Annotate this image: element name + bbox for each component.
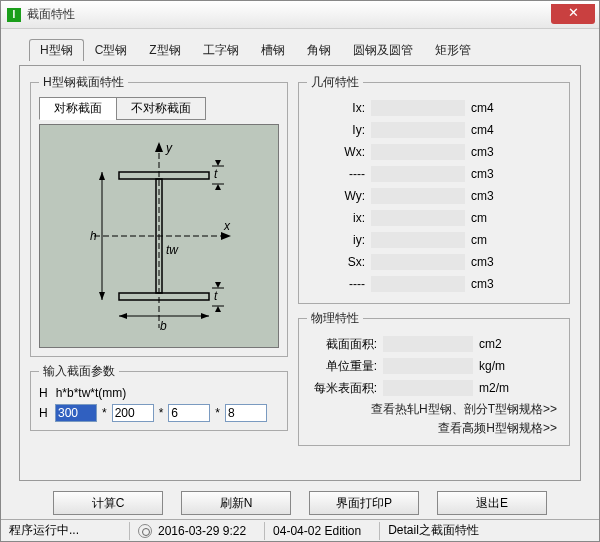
- axis-y-label: y: [165, 141, 173, 155]
- sep-1: *: [99, 406, 110, 420]
- section-group-title: H型钢截面特性: [39, 74, 128, 91]
- tab-asymmetric[interactable]: 不对称截面: [116, 97, 206, 120]
- print-button[interactable]: 界面打印P: [309, 491, 419, 515]
- geom-unit: cm4: [465, 123, 505, 137]
- input-t[interactable]: [225, 404, 267, 422]
- phys-unit: kg/m: [473, 359, 505, 373]
- svg-marker-20: [215, 306, 221, 312]
- input-b[interactable]: [112, 404, 154, 422]
- param-row-label: H: [39, 406, 53, 420]
- geom-row: ----cm3: [307, 163, 561, 185]
- dim-t-bot-label: t: [214, 289, 218, 303]
- geom-label: ix:: [307, 211, 371, 225]
- params-group-title: 输入截面参数: [39, 363, 119, 380]
- tab-angle[interactable]: 角钢: [296, 39, 342, 61]
- refresh-button[interactable]: 刷新N: [181, 491, 291, 515]
- geom-value: [371, 254, 465, 270]
- tab-channel[interactable]: 槽钢: [250, 39, 296, 61]
- phys-label: 截面面积:: [307, 336, 383, 353]
- app-window: I 截面特性 ✕ H型钢 C型钢 Z型钢 工字钢 槽钢 角钢 圆钢及圆管 矩形管…: [0, 0, 600, 542]
- geom-label: iy:: [307, 233, 371, 247]
- svg-marker-12: [201, 313, 209, 319]
- geom-label: Wy:: [307, 189, 371, 203]
- status-bar: 程序运行中... 2016-03-29 9:22 04-04-02 Editio…: [1, 519, 599, 541]
- geometry-group-title: 几何特性: [307, 74, 363, 91]
- tab-round[interactable]: 圆钢及圆管: [342, 39, 424, 61]
- dim-h-label: h: [90, 229, 97, 243]
- geometry-group: 几何特性 Ix:cm4Iy:cm4Wx:cm3----cm3Wy:cm3ix:c…: [298, 74, 570, 304]
- tab-symmetric[interactable]: 对称截面: [39, 97, 117, 120]
- link-hotrolled-spec[interactable]: 查看热轧H型钢、剖分T型钢规格>>: [307, 399, 561, 418]
- geom-unit: cm4: [465, 101, 505, 115]
- phys-row: 每米表面积:m2/m: [307, 377, 561, 399]
- svg-marker-3: [221, 232, 231, 240]
- physical-group: 物理特性 截面面积:cm2单位重量:kg/m每米表面积:m2/m 查看热轧H型钢…: [298, 310, 570, 446]
- geom-label: ----: [307, 277, 371, 291]
- svg-rect-5: [119, 293, 209, 300]
- app-icon: I: [7, 8, 21, 22]
- exit-button[interactable]: 退出E: [437, 491, 547, 515]
- phys-value: [383, 336, 473, 352]
- geom-unit: cm3: [465, 255, 505, 269]
- geom-value: [371, 166, 465, 182]
- section-type-tabs: H型钢 C型钢 Z型钢 工字钢 槽钢 角钢 圆钢及圆管 矩形管: [19, 39, 581, 61]
- symmetry-tabs: 对称截面 不对称截面: [39, 97, 279, 120]
- input-h[interactable]: [55, 404, 97, 422]
- input-tw[interactable]: [168, 404, 210, 422]
- geom-value: [371, 188, 465, 204]
- tab-i-steel[interactable]: 工字钢: [192, 39, 250, 61]
- window-title: 截面特性: [27, 6, 75, 23]
- geom-value: [371, 210, 465, 226]
- geom-unit: cm3: [465, 145, 505, 159]
- tab-c-steel[interactable]: C型钢: [84, 39, 139, 61]
- section-diagram: y x h: [39, 124, 279, 348]
- tab-rect[interactable]: 矩形管: [424, 39, 482, 61]
- geom-row: Iy:cm4: [307, 119, 561, 141]
- phys-unit: m2/m: [473, 381, 509, 395]
- titlebar: I 截面特性 ✕: [1, 1, 599, 29]
- status-datetime: 2016-03-29 9:22: [129, 522, 254, 540]
- geom-row: Ix:cm4: [307, 97, 561, 119]
- geom-unit: cm3: [465, 277, 505, 291]
- sep-2: *: [156, 406, 167, 420]
- status-edition: 04-04-02 Edition: [264, 522, 369, 540]
- clock-icon: [138, 524, 152, 538]
- client-area: H型钢 C型钢 Z型钢 工字钢 槽钢 角钢 圆钢及圆管 矩形管 H型钢截面特性 …: [1, 29, 599, 521]
- phys-unit: cm2: [473, 337, 502, 351]
- geom-unit: cm: [465, 211, 505, 225]
- geom-value: [371, 144, 465, 160]
- geom-label: Wx:: [307, 145, 371, 159]
- geom-label: Iy:: [307, 123, 371, 137]
- sep-3: *: [212, 406, 223, 420]
- geom-value: [371, 100, 465, 116]
- status-running: 程序运行中...: [9, 522, 119, 540]
- phys-label: 单位重量:: [307, 358, 383, 375]
- svg-marker-16: [215, 184, 221, 190]
- svg-marker-19: [215, 282, 221, 288]
- button-row: 计算C 刷新N 界面打印P 退出E: [19, 491, 581, 515]
- tab-panel: H型钢截面特性 对称截面 不对称截面 y: [19, 65, 581, 481]
- geom-value: [371, 122, 465, 138]
- tab-z-steel[interactable]: Z型钢: [138, 39, 191, 61]
- dim-b-label: b: [160, 319, 167, 333]
- calc-button[interactable]: 计算C: [53, 491, 163, 515]
- svg-marker-8: [99, 172, 105, 180]
- geom-row: ----cm3: [307, 273, 561, 295]
- geom-value: [371, 276, 465, 292]
- svg-rect-4: [119, 172, 209, 179]
- status-detail: Detail之截面特性: [379, 522, 487, 540]
- geom-row: Sx:cm3: [307, 251, 561, 273]
- geom-unit: cm3: [465, 167, 505, 181]
- svg-marker-9: [99, 292, 105, 300]
- geom-unit: cm3: [465, 189, 505, 203]
- section-diagram-group: H型钢截面特性 对称截面 不对称截面 y: [30, 74, 288, 357]
- geom-label: Ix:: [307, 101, 371, 115]
- phys-row: 单位重量:kg/m: [307, 355, 561, 377]
- geom-row: ix:cm: [307, 207, 561, 229]
- tab-h-steel[interactable]: H型钢: [29, 39, 84, 61]
- phys-label: 每米表面积:: [307, 380, 383, 397]
- close-button[interactable]: ✕: [551, 4, 595, 24]
- link-highfreq-spec[interactable]: 查看高频H型钢规格>>: [307, 418, 561, 437]
- format-text: h*b*tw*t(mm): [56, 386, 127, 400]
- geom-row: Wx:cm3: [307, 141, 561, 163]
